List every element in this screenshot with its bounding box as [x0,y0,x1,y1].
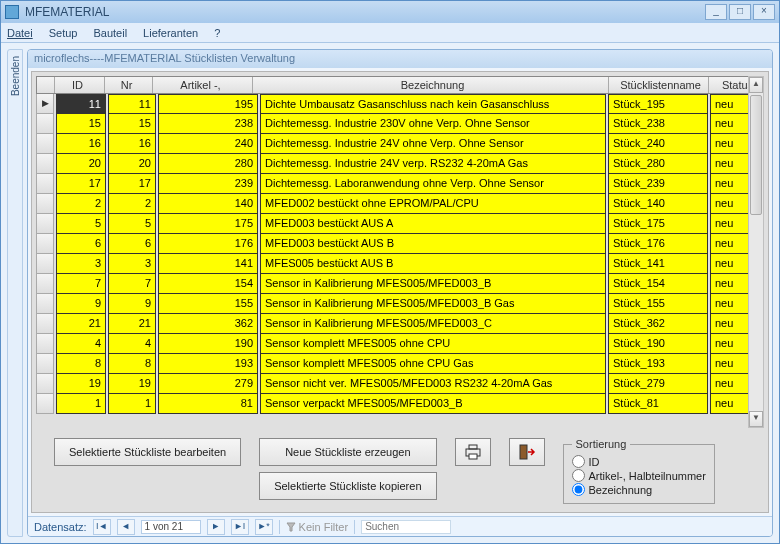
row-selector[interactable] [36,334,54,354]
print-button[interactable] [455,438,491,466]
sort-option-artikel[interactable]: Artikel-, Halbteilnummer [572,469,706,482]
cell-artikel[interactable]: 175 [158,214,258,234]
row-selector[interactable] [36,194,54,214]
row-selector[interactable] [36,394,54,414]
cell-artikel[interactable]: 362 [158,314,258,334]
col-header-artikel[interactable]: Artikel -, Halbteilnummer [153,77,253,93]
cell-stuecklistenname[interactable]: Stück_154 [608,274,708,294]
cell-stuecklistenname[interactable]: Stück_176 [608,234,708,254]
scroll-up-icon[interactable]: ▲ [749,77,763,93]
row-selector[interactable] [36,314,54,334]
row-selector[interactable] [36,154,54,174]
menu-setup[interactable]: Setup [49,27,78,39]
cell-id[interactable]: 7 [56,274,106,294]
table-row[interactable]: 44190Sensor komplett MFES005 ohne CPUStü… [36,334,764,354]
row-selector[interactable] [36,114,54,134]
nav-prev-button[interactable]: ◄ [117,519,135,535]
col-header-stuecklistenname[interactable]: Stücklistenname [609,77,709,93]
sidebar-beenden[interactable]: Beenden [10,56,21,96]
row-selector[interactable] [36,294,54,314]
table-row[interactable]: 22140MFED002 bestückt ohne EPROM/PAL/CPU… [36,194,764,214]
cell-stuecklistenname[interactable]: Stück_240 [608,134,708,154]
cell-artikel[interactable]: 193 [158,354,258,374]
cell-nr[interactable]: 21 [108,314,156,334]
scroll-down-icon[interactable]: ▼ [749,411,763,427]
vertical-scrollbar[interactable]: ▲ ▼ [748,76,764,428]
cell-bezeichnung[interactable]: Sensor in Kalibrierung MFES005/MFED003_B… [260,294,606,314]
cell-artikel[interactable]: 176 [158,234,258,254]
cell-stuecklistenname[interactable]: Stück_190 [608,334,708,354]
cell-bezeichnung[interactable]: MFED003 bestückt AUS B [260,234,606,254]
row-selector[interactable] [36,374,54,394]
cell-stuecklistenname[interactable]: Stück_238 [608,114,708,134]
cell-artikel[interactable]: 279 [158,374,258,394]
copy-list-button[interactable]: Selektierte Stückliste kopieren [259,472,436,500]
row-selector[interactable] [36,174,54,194]
table-row[interactable]: 1515238Dichtemessg. Industrie 230V ohne … [36,114,764,134]
titlebar[interactable]: MFEMATERIAL _ □ × [1,1,779,23]
cell-stuecklistenname[interactable]: Stück_140 [608,194,708,214]
table-row[interactable]: 66176MFED003 bestückt AUS BStück_176neu [36,234,764,254]
row-selector[interactable] [36,274,54,294]
sort-radio-id[interactable] [572,455,585,468]
cell-bezeichnung[interactable]: Sensor in Kalibrierung MFES005/MFED003_B [260,274,606,294]
cell-id[interactable]: 21 [56,314,106,334]
sidebar-tab[interactable]: Beenden [7,49,23,537]
cell-artikel[interactable]: 140 [158,194,258,214]
cell-bezeichnung[interactable]: Sensor nicht ver. MFES005/MFED003 RS232 … [260,374,606,394]
menu-bauteil[interactable]: Bauteil [93,27,127,39]
cell-id[interactable]: 8 [56,354,106,374]
exit-button[interactable] [509,438,545,466]
cell-bezeichnung[interactable]: Sensor verpackt MFES005/MFED003_B [260,394,606,414]
cell-bezeichnung[interactable]: MFED003 bestückt AUS A [260,214,606,234]
cell-bezeichnung[interactable]: MFED002 bestückt ohne EPROM/PAL/CPU [260,194,606,214]
sort-option-bezeichnung[interactable]: Bezeichnung [572,483,706,496]
cell-bezeichnung[interactable]: Sensor in Kalibrierung MFES005/MFED003_C [260,314,606,334]
table-row[interactable]: 2121362Sensor in Kalibrierung MFES005/MF… [36,314,764,334]
cell-stuecklistenname[interactable]: Stück_155 [608,294,708,314]
cell-nr[interactable]: 7 [108,274,156,294]
cell-id[interactable]: 16 [56,134,106,154]
cell-nr[interactable]: 20 [108,154,156,174]
table-row[interactable]: 1919279Sensor nicht ver. MFES005/MFED003… [36,374,764,394]
nav-next-button[interactable]: ► [207,519,225,535]
row-selector[interactable] [36,134,54,154]
cell-id[interactable]: 20 [56,154,106,174]
cell-artikel[interactable]: 155 [158,294,258,314]
cell-artikel[interactable]: 240 [158,134,258,154]
maximize-button[interactable]: □ [729,4,751,20]
cell-nr[interactable]: 5 [108,214,156,234]
scroll-thumb[interactable] [750,95,762,215]
cell-nr[interactable]: 4 [108,334,156,354]
minimize-button[interactable]: _ [705,4,727,20]
close-button[interactable]: × [753,4,775,20]
cell-id[interactable]: 5 [56,214,106,234]
cell-stuecklistenname[interactable]: Stück_279 [608,374,708,394]
cell-artikel[interactable]: 141 [158,254,258,274]
cell-nr[interactable]: 3 [108,254,156,274]
table-row[interactable]: 2020280Dichtemessg. Industrie 24V verp. … [36,154,764,174]
cell-artikel[interactable]: 280 [158,154,258,174]
cell-nr[interactable]: 15 [108,114,156,134]
cell-nr[interactable]: 16 [108,134,156,154]
row-selector[interactable] [36,254,54,274]
cell-artikel[interactable]: 195 [158,94,258,114]
cell-id[interactable]: 6 [56,234,106,254]
table-row[interactable]: 88193Sensor komplett MFES005 ohne CPU Ga… [36,354,764,374]
cell-stuecklistenname[interactable]: Stück_141 [608,254,708,274]
row-selector[interactable] [36,234,54,254]
cell-bezeichnung[interactable]: Dichtemessg. Laboranwendung ohne Verp. O… [260,174,606,194]
table-row[interactable]: 33141MFES005 bestückt AUS BStück_141neu [36,254,764,274]
sort-radio-bezeichnung[interactable] [572,483,585,496]
cell-artikel[interactable]: 190 [158,334,258,354]
cell-nr[interactable]: 11 [108,94,156,114]
cell-id[interactable]: 11 [56,94,106,114]
cell-id[interactable]: 17 [56,174,106,194]
table-row[interactable]: 1181Sensor verpackt MFES005/MFED003_BStü… [36,394,764,414]
cell-bezeichnung[interactable]: Dichtemessg. Industrie 230V ohne Verp. O… [260,114,606,134]
cell-stuecklistenname[interactable]: Stück_280 [608,154,708,174]
nav-filter[interactable]: Kein Filter [286,521,349,533]
cell-nr[interactable]: 6 [108,234,156,254]
cell-nr[interactable]: 9 [108,294,156,314]
cell-stuecklistenname[interactable]: Stück_195 [608,94,708,114]
